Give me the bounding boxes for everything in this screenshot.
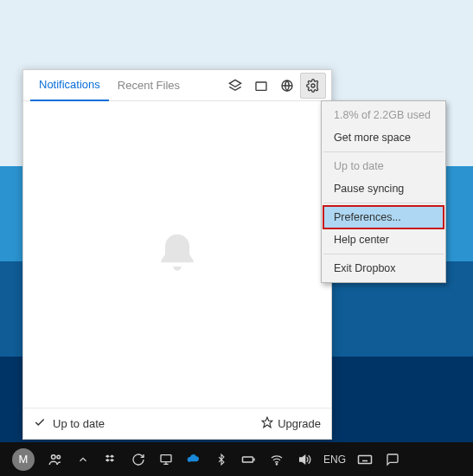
battery-icon[interactable] [239, 443, 259, 476]
star-icon [261, 416, 273, 431]
menu-separator [323, 203, 444, 203]
globe-icon[interactable] [274, 73, 300, 99]
taskbar: M ENG [0, 442, 473, 476]
gear-icon[interactable] [300, 73, 326, 99]
panel-header: Notifications Recent Files [23, 70, 331, 101]
menu-status: Up to date [323, 155, 444, 177]
menu-pause-sync[interactable]: Pause syncing [323, 177, 444, 200]
svg-point-6 [57, 455, 61, 459]
folder-icon[interactable] [248, 73, 274, 99]
svg-rect-10 [243, 457, 253, 462]
upgrade-link[interactable]: Upgrade [278, 417, 321, 430]
people-icon[interactable] [45, 443, 66, 476]
avatar[interactable]: M [12, 448, 35, 471]
notification-icon[interactable] [382, 443, 403, 476]
language-indicator[interactable]: ENG [323, 453, 346, 466]
menu-separator [323, 151, 444, 152]
svg-rect-14 [359, 455, 372, 463]
svg-rect-1 [256, 82, 266, 90]
tab-recent-files[interactable]: Recent Files [109, 70, 189, 101]
sync-icon[interactable] [128, 443, 149, 476]
check-icon [34, 416, 46, 431]
menu-help-center[interactable]: Help center [323, 228, 444, 251]
svg-marker-0 [229, 80, 240, 87]
svg-marker-13 [300, 455, 305, 463]
menu-separator [323, 254, 444, 254]
monitor-icon[interactable] [156, 443, 176, 476]
volume-icon[interactable] [294, 443, 315, 476]
panel-body [23, 101, 331, 408]
tab-notifications[interactable]: Notifications [30, 70, 109, 101]
panel-footer: Up to date Upgrade [23, 408, 331, 439]
menu-get-space[interactable]: Get more space [323, 126, 444, 149]
status-text: Up to date [53, 417, 105, 430]
settings-menu: 1.8% of 2.2GB used Get more space Up to … [321, 100, 446, 283]
onedrive-icon[interactable] [183, 443, 204, 476]
bluetooth-icon[interactable] [211, 443, 232, 476]
dropbox-panel: Notifications Recent Files Up to date Up… [22, 69, 332, 440]
dropbox-tray-icon[interactable] [100, 443, 121, 476]
menu-usage: 1.8% of 2.2GB used [323, 104, 444, 126]
svg-marker-4 [262, 417, 272, 428]
menu-preferences[interactable]: Preferences... [323, 206, 444, 228]
menu-exit[interactable]: Exit Dropbox [323, 257, 444, 280]
layers-icon[interactable] [222, 73, 248, 99]
svg-point-3 [311, 84, 315, 87]
svg-point-5 [52, 454, 56, 459]
svg-rect-7 [161, 454, 171, 461]
svg-point-12 [276, 463, 277, 464]
chevron-up-icon[interactable] [73, 443, 93, 476]
bell-icon [153, 230, 201, 279]
keyboard-icon[interactable] [355, 443, 375, 476]
wifi-icon[interactable] [266, 443, 287, 476]
